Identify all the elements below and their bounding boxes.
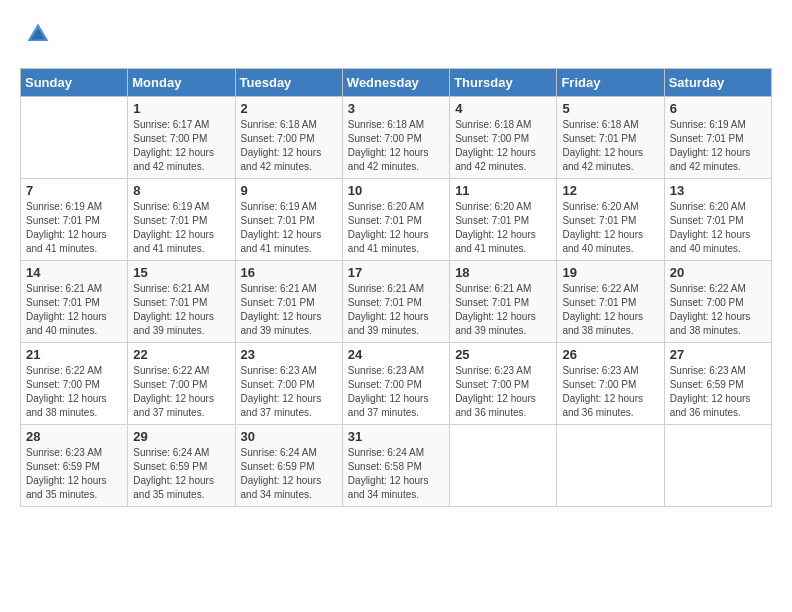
calendar-cell: 26Sunrise: 6:23 AMSunset: 7:00 PMDayligh… <box>557 343 664 425</box>
header-cell-saturday: Saturday <box>664 69 771 97</box>
day-number: 16 <box>241 265 337 280</box>
cell-content: Sunrise: 6:24 AMSunset: 6:58 PMDaylight:… <box>348 446 444 502</box>
calendar-week-2: 7Sunrise: 6:19 AMSunset: 7:01 PMDaylight… <box>21 179 772 261</box>
logo <box>20 20 54 52</box>
calendar-cell: 4Sunrise: 6:18 AMSunset: 7:00 PMDaylight… <box>450 97 557 179</box>
cell-content: Sunrise: 6:22 AMSunset: 7:00 PMDaylight:… <box>26 364 122 420</box>
calendar-cell: 19Sunrise: 6:22 AMSunset: 7:01 PMDayligh… <box>557 261 664 343</box>
cell-content: Sunrise: 6:21 AMSunset: 7:01 PMDaylight:… <box>348 282 444 338</box>
day-number: 8 <box>133 183 229 198</box>
day-number: 5 <box>562 101 658 116</box>
cell-content: Sunrise: 6:18 AMSunset: 7:00 PMDaylight:… <box>455 118 551 174</box>
calendar-cell: 27Sunrise: 6:23 AMSunset: 6:59 PMDayligh… <box>664 343 771 425</box>
day-number: 3 <box>348 101 444 116</box>
calendar-cell <box>21 97 128 179</box>
cell-content: Sunrise: 6:23 AMSunset: 7:00 PMDaylight:… <box>562 364 658 420</box>
calendar-table: SundayMondayTuesdayWednesdayThursdayFrid… <box>20 68 772 507</box>
cell-content: Sunrise: 6:23 AMSunset: 6:59 PMDaylight:… <box>670 364 766 420</box>
day-number: 21 <box>26 347 122 362</box>
header-cell-wednesday: Wednesday <box>342 69 449 97</box>
calendar-week-4: 21Sunrise: 6:22 AMSunset: 7:00 PMDayligh… <box>21 343 772 425</box>
header-cell-friday: Friday <box>557 69 664 97</box>
day-number: 7 <box>26 183 122 198</box>
cell-content: Sunrise: 6:19 AMSunset: 7:01 PMDaylight:… <box>670 118 766 174</box>
day-number: 2 <box>241 101 337 116</box>
cell-content: Sunrise: 6:22 AMSunset: 7:01 PMDaylight:… <box>562 282 658 338</box>
calendar-cell <box>557 425 664 507</box>
calendar-cell: 2Sunrise: 6:18 AMSunset: 7:00 PMDaylight… <box>235 97 342 179</box>
calendar-cell: 21Sunrise: 6:22 AMSunset: 7:00 PMDayligh… <box>21 343 128 425</box>
calendar-cell: 1Sunrise: 6:17 AMSunset: 7:00 PMDaylight… <box>128 97 235 179</box>
day-number: 20 <box>670 265 766 280</box>
calendar-cell: 28Sunrise: 6:23 AMSunset: 6:59 PMDayligh… <box>21 425 128 507</box>
calendar-cell <box>664 425 771 507</box>
calendar-cell: 9Sunrise: 6:19 AMSunset: 7:01 PMDaylight… <box>235 179 342 261</box>
cell-content: Sunrise: 6:24 AMSunset: 6:59 PMDaylight:… <box>133 446 229 502</box>
day-number: 17 <box>348 265 444 280</box>
cell-content: Sunrise: 6:22 AMSunset: 7:00 PMDaylight:… <box>133 364 229 420</box>
cell-content: Sunrise: 6:23 AMSunset: 7:00 PMDaylight:… <box>241 364 337 420</box>
header-cell-sunday: Sunday <box>21 69 128 97</box>
calendar-week-5: 28Sunrise: 6:23 AMSunset: 6:59 PMDayligh… <box>21 425 772 507</box>
calendar-cell: 20Sunrise: 6:22 AMSunset: 7:00 PMDayligh… <box>664 261 771 343</box>
page-header <box>20 20 772 52</box>
cell-content: Sunrise: 6:21 AMSunset: 7:01 PMDaylight:… <box>455 282 551 338</box>
day-number: 23 <box>241 347 337 362</box>
cell-content: Sunrise: 6:20 AMSunset: 7:01 PMDaylight:… <box>455 200 551 256</box>
day-number: 22 <box>133 347 229 362</box>
header-cell-monday: Monday <box>128 69 235 97</box>
header-cell-thursday: Thursday <box>450 69 557 97</box>
cell-content: Sunrise: 6:18 AMSunset: 7:00 PMDaylight:… <box>348 118 444 174</box>
logo-icon <box>24 20 52 48</box>
calendar-cell: 23Sunrise: 6:23 AMSunset: 7:00 PMDayligh… <box>235 343 342 425</box>
cell-content: Sunrise: 6:20 AMSunset: 7:01 PMDaylight:… <box>562 200 658 256</box>
day-number: 18 <box>455 265 551 280</box>
calendar-cell: 12Sunrise: 6:20 AMSunset: 7:01 PMDayligh… <box>557 179 664 261</box>
calendar-cell: 25Sunrise: 6:23 AMSunset: 7:00 PMDayligh… <box>450 343 557 425</box>
calendar-cell: 29Sunrise: 6:24 AMSunset: 6:59 PMDayligh… <box>128 425 235 507</box>
day-number: 9 <box>241 183 337 198</box>
calendar-cell: 16Sunrise: 6:21 AMSunset: 7:01 PMDayligh… <box>235 261 342 343</box>
cell-content: Sunrise: 6:17 AMSunset: 7:00 PMDaylight:… <box>133 118 229 174</box>
day-number: 13 <box>670 183 766 198</box>
day-number: 19 <box>562 265 658 280</box>
calendar-cell: 15Sunrise: 6:21 AMSunset: 7:01 PMDayligh… <box>128 261 235 343</box>
day-number: 10 <box>348 183 444 198</box>
calendar-cell: 31Sunrise: 6:24 AMSunset: 6:58 PMDayligh… <box>342 425 449 507</box>
cell-content: Sunrise: 6:22 AMSunset: 7:00 PMDaylight:… <box>670 282 766 338</box>
day-number: 31 <box>348 429 444 444</box>
calendar-cell: 17Sunrise: 6:21 AMSunset: 7:01 PMDayligh… <box>342 261 449 343</box>
cell-content: Sunrise: 6:23 AMSunset: 7:00 PMDaylight:… <box>348 364 444 420</box>
calendar-cell: 11Sunrise: 6:20 AMSunset: 7:01 PMDayligh… <box>450 179 557 261</box>
calendar-week-3: 14Sunrise: 6:21 AMSunset: 7:01 PMDayligh… <box>21 261 772 343</box>
cell-content: Sunrise: 6:21 AMSunset: 7:01 PMDaylight:… <box>26 282 122 338</box>
cell-content: Sunrise: 6:19 AMSunset: 7:01 PMDaylight:… <box>241 200 337 256</box>
day-number: 25 <box>455 347 551 362</box>
calendar-cell: 10Sunrise: 6:20 AMSunset: 7:01 PMDayligh… <box>342 179 449 261</box>
day-number: 27 <box>670 347 766 362</box>
day-number: 28 <box>26 429 122 444</box>
day-number: 6 <box>670 101 766 116</box>
cell-content: Sunrise: 6:23 AMSunset: 7:00 PMDaylight:… <box>455 364 551 420</box>
calendar-cell: 24Sunrise: 6:23 AMSunset: 7:00 PMDayligh… <box>342 343 449 425</box>
calendar-cell: 3Sunrise: 6:18 AMSunset: 7:00 PMDaylight… <box>342 97 449 179</box>
cell-content: Sunrise: 6:21 AMSunset: 7:01 PMDaylight:… <box>133 282 229 338</box>
calendar-cell: 22Sunrise: 6:22 AMSunset: 7:00 PMDayligh… <box>128 343 235 425</box>
day-number: 26 <box>562 347 658 362</box>
day-number: 24 <box>348 347 444 362</box>
day-number: 12 <box>562 183 658 198</box>
header-row: SundayMondayTuesdayWednesdayThursdayFrid… <box>21 69 772 97</box>
calendar-cell: 18Sunrise: 6:21 AMSunset: 7:01 PMDayligh… <box>450 261 557 343</box>
cell-content: Sunrise: 6:19 AMSunset: 7:01 PMDaylight:… <box>26 200 122 256</box>
day-number: 14 <box>26 265 122 280</box>
calendar-week-1: 1Sunrise: 6:17 AMSunset: 7:00 PMDaylight… <box>21 97 772 179</box>
cell-content: Sunrise: 6:19 AMSunset: 7:01 PMDaylight:… <box>133 200 229 256</box>
cell-content: Sunrise: 6:23 AMSunset: 6:59 PMDaylight:… <box>26 446 122 502</box>
cell-content: Sunrise: 6:21 AMSunset: 7:01 PMDaylight:… <box>241 282 337 338</box>
cell-content: Sunrise: 6:24 AMSunset: 6:59 PMDaylight:… <box>241 446 337 502</box>
calendar-cell: 30Sunrise: 6:24 AMSunset: 6:59 PMDayligh… <box>235 425 342 507</box>
calendar-cell: 8Sunrise: 6:19 AMSunset: 7:01 PMDaylight… <box>128 179 235 261</box>
cell-content: Sunrise: 6:20 AMSunset: 7:01 PMDaylight:… <box>348 200 444 256</box>
calendar-cell: 14Sunrise: 6:21 AMSunset: 7:01 PMDayligh… <box>21 261 128 343</box>
day-number: 15 <box>133 265 229 280</box>
